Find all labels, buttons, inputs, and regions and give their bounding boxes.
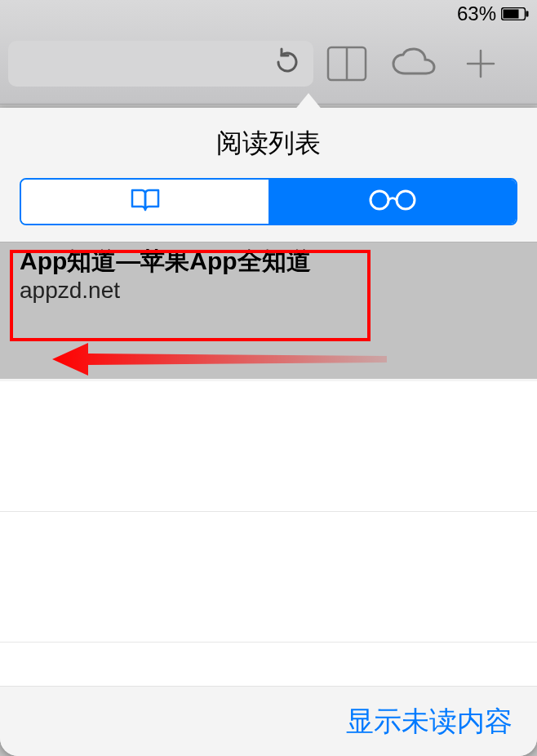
reading-item-domain: appzd.net bbox=[20, 278, 537, 304]
status-bar: 63% bbox=[0, 0, 537, 28]
toolbar bbox=[0, 39, 537, 88]
browser-chrome: 63% bbox=[0, 0, 537, 105]
svg-point-8 bbox=[371, 191, 388, 209]
show-unread-button[interactable]: 显示未读内容 bbox=[346, 703, 513, 740]
popover-title: 阅读列表 bbox=[0, 108, 537, 162]
bookmarks-button[interactable] bbox=[313, 41, 380, 87]
reading-list: App知道—苹果App全知道 appzd.net bbox=[0, 242, 537, 379]
reading-item-title: App知道—苹果App全知道 bbox=[20, 247, 537, 276]
popover-footer: 显示未读内容 bbox=[0, 686, 537, 756]
list-row bbox=[0, 381, 537, 512]
reading-list-item[interactable]: App知道—苹果App全知道 appzd.net bbox=[0, 242, 537, 304]
segment-unread[interactable] bbox=[268, 180, 516, 224]
svg-marker-7 bbox=[294, 93, 323, 111]
glasses-icon bbox=[363, 188, 422, 216]
svg-rect-2 bbox=[526, 11, 529, 17]
svg-point-9 bbox=[397, 191, 415, 209]
reload-icon[interactable] bbox=[273, 46, 302, 82]
svg-rect-1 bbox=[504, 10, 519, 19]
popover-arrow bbox=[294, 93, 323, 111]
book-open-icon bbox=[129, 187, 162, 216]
list-row bbox=[0, 512, 537, 643]
cloud-tabs-button[interactable] bbox=[380, 41, 447, 87]
reading-list-empty-area bbox=[0, 381, 537, 686]
reading-list-popover: 阅读列表 App知道—苹果App全知道 appzd.net bbox=[0, 108, 537, 756]
new-tab-button[interactable] bbox=[447, 41, 514, 87]
segment-all[interactable] bbox=[21, 180, 268, 224]
battery-percent: 63% bbox=[457, 2, 496, 25]
address-bar[interactable] bbox=[8, 41, 313, 87]
battery-icon bbox=[501, 2, 529, 25]
segmented-control[interactable] bbox=[20, 178, 517, 225]
